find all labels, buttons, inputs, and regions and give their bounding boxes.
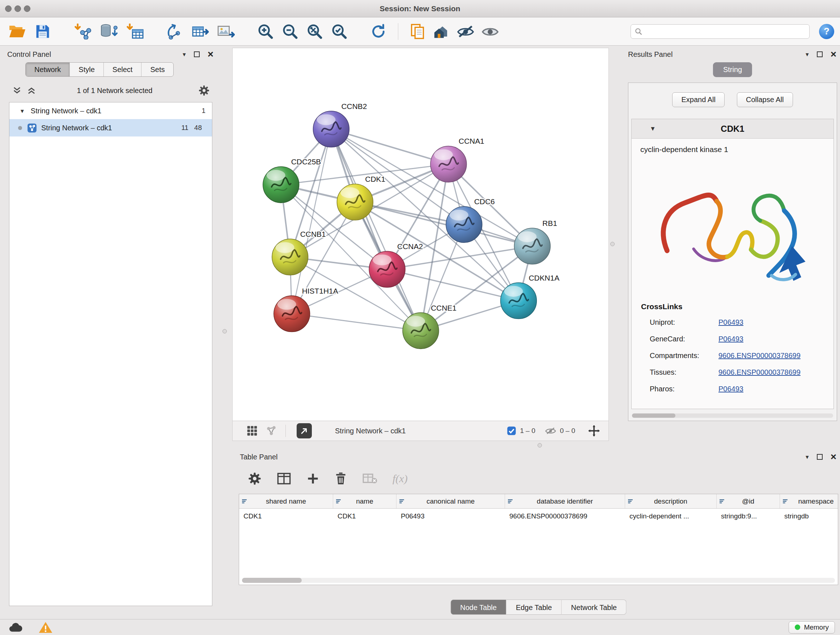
column-header-database-identifier[interactable]: database identifier [505,494,625,508]
network-view[interactable]: CCNB2CCNA1CDC25BCDK1CDC6RB1CCNB1CCNA2CDK… [232,48,609,441]
collapse-all-button[interactable]: Collapse All [737,92,793,107]
network-collection-row[interactable]: ▼ String Network – cdk1 1 [9,103,212,119]
gear-icon[interactable] [198,85,210,96]
zoom-in-button[interactable] [256,21,276,42]
node-label-CDC6: CDC6 [474,197,495,206]
crosslink-link[interactable]: P06493 [718,385,744,393]
column-header-description[interactable]: description [625,494,717,508]
edge-CDK1-RB1[interactable] [355,202,532,246]
table-horizontal-scrollbar[interactable] [242,578,835,583]
node-RB1[interactable]: RB1 [514,219,557,264]
open-session-button[interactable] [7,21,27,42]
node-HIST1H1A[interactable]: HIST1H1A [274,287,338,332]
node-CDKN1A[interactable]: CDKN1A [501,274,560,319]
edge-CCNB2-CCNE1[interactable] [331,129,421,331]
column-header-name[interactable]: name [333,494,396,508]
edge-CCNB2-HIST1H1A[interactable] [292,129,332,314]
zoom-selected-button[interactable] [329,21,349,42]
tab-sets[interactable]: Sets [141,63,173,76]
panel-close-icon[interactable]: × [831,454,836,460]
hide-panels-button[interactable] [455,21,476,42]
column-header-namespace[interactable]: namespace [780,494,838,508]
string-results-tab[interactable]: String [713,62,752,77]
table-settings-gear-icon[interactable] [248,472,262,486]
network-canvas[interactable]: CCNB2CCNA1CDC25BCDK1CDC6RB1CCNB1CCNA2CDK… [233,48,608,421]
pan-crosshair-icon[interactable] [587,424,600,437]
crosslink-link[interactable]: 9606.ENSP00000378699 [718,368,801,377]
crosslink-link[interactable]: P06493 [718,335,744,343]
clear-table-icon[interactable] [362,472,377,485]
gene-card-header[interactable]: ▼ CDK1 [632,119,834,139]
export-table-button[interactable] [190,21,210,42]
tab-edge-table[interactable]: Edge Table [507,600,562,615]
tab-network[interactable]: Network [26,63,70,76]
panel-menu-icon[interactable]: ▾ [183,51,186,58]
tab-select[interactable]: Select [104,63,142,76]
show-columns-icon[interactable] [277,472,291,485]
panel-float-icon[interactable] [817,454,823,460]
overview-network-icon[interactable] [266,425,277,436]
fit-content-button[interactable] [305,21,325,42]
grid-view-icon[interactable] [246,425,258,437]
import-network-database-button[interactable] [99,21,119,42]
help-button[interactable]: ? [819,24,834,39]
panel-float-icon[interactable] [817,51,823,57]
tab-node-table[interactable]: Node Table [450,600,507,615]
column-header-canonical-name[interactable]: canonical name [396,494,505,508]
gene-description: cyclin-dependent kinase 1 [632,139,834,154]
export-image-button[interactable] [216,21,236,42]
crosslink-link[interactable]: P06493 [718,318,744,326]
selected-checkbox-icon[interactable] [507,426,516,435]
delete-column-trash-icon[interactable] [335,472,347,486]
cloud-icon[interactable] [8,622,24,633]
node-CCNA1[interactable]: CCNA1 [431,137,485,182]
network-row[interactable]: String Network – cdk1 11 48 [9,119,212,136]
table-tabs: Node TableEdge TableNetwork Table [450,600,627,615]
tab-network-table[interactable]: Network Table [562,600,627,615]
home-button[interactable] [432,21,453,42]
node-CCNB2[interactable]: CCNB2 [313,102,367,147]
crosslink-link[interactable]: 9606.ENSP00000378699 [718,352,801,360]
add-column-icon[interactable] [306,472,319,485]
birdseye-toggle-button[interactable] [297,423,312,439]
edge-CCNB2-CCNA1[interactable] [331,129,448,165]
node-CDC25B[interactable]: CDC25B [263,157,321,203]
zoom-window-button[interactable] [24,5,30,12]
panel-close-icon[interactable]: × [831,51,836,57]
panel-float-icon[interactable] [194,51,200,57]
table-row[interactable]: CDK1CDK1P064939606.ENSP00000378699cyclin… [239,509,838,524]
control-panel-tabs: NetworkStyleSelectSets [25,62,174,77]
panel-menu-icon[interactable]: ▾ [806,51,809,58]
import-table-icon [126,24,144,40]
minimize-window-button[interactable] [14,5,21,12]
import-network-file-button[interactable] [73,21,93,42]
import-table-button[interactable] [125,21,145,42]
expand-all-button[interactable]: Expand All [672,92,725,107]
vertical-splitter-handle[interactable] [610,242,615,246]
horizontal-splitter-handle[interactable] [538,443,542,448]
tree-expander-icon[interactable]: ▼ [19,108,25,114]
node-CDK1[interactable]: CDK1 [337,175,385,220]
vertical-splitter-handle[interactable] [223,329,227,333]
refresh-button[interactable] [368,21,388,42]
column-header-@id[interactable]: @id [717,494,780,508]
results-panel-header: Results Panel ▾ × [625,48,840,61]
panel-menu-icon[interactable]: ▾ [806,453,809,461]
tab-style[interactable]: Style [70,63,103,76]
collapse-all-icon[interactable] [12,86,22,95]
copy-button[interactable] [408,21,428,42]
column-header-shared-name[interactable]: shared name [239,494,333,508]
panel-close-icon[interactable]: × [208,51,213,57]
show-view-button[interactable] [480,21,500,42]
function-builder-icon[interactable]: f(x) [393,472,408,485]
new-network-button[interactable] [164,21,185,42]
warning-icon[interactable] [38,621,53,633]
save-session-button[interactable] [33,21,53,42]
edge-CCNE1-HIST1H1A[interactable] [292,314,421,331]
zoom-out-button[interactable] [280,21,300,42]
memory-button[interactable]: Memory [789,621,835,633]
results-horizontal-scrollbar[interactable] [632,413,833,418]
close-window-button[interactable] [5,5,11,12]
search-input[interactable] [645,27,806,35]
expand-all-icon[interactable] [27,86,36,95]
